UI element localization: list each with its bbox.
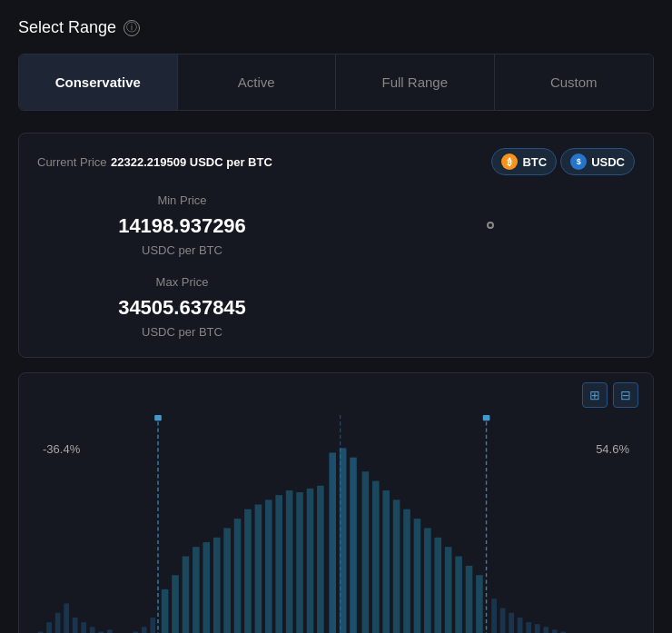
current-price-row: Current Price 22322.219509 USDC per BTC … <box>37 148 635 175</box>
svg-rect-5 <box>73 618 78 633</box>
svg-rect-26 <box>275 495 282 633</box>
svg-rect-49 <box>518 618 523 633</box>
svg-rect-34 <box>362 471 370 633</box>
svg-rect-31 <box>329 452 336 633</box>
max-price-unit: USDC per BTC <box>37 325 327 339</box>
tab-full-range[interactable]: Full Range <box>336 54 495 110</box>
svg-rect-14 <box>150 618 155 633</box>
current-price-text: Current Price 22322.219509 USDC per BTC <box>37 153 272 170</box>
svg-rect-46 <box>491 598 497 633</box>
svg-rect-22 <box>234 519 242 633</box>
svg-rect-65 <box>154 415 162 420</box>
svg-rect-50 <box>526 622 531 633</box>
current-price-label: Current Price <box>37 155 107 169</box>
zoom-out-button[interactable]: ⊟ <box>613 382 638 408</box>
svg-rect-33 <box>350 458 357 633</box>
token-toggles: ₿ BTC $ USDC <box>491 148 635 175</box>
svg-rect-37 <box>393 499 400 633</box>
usdc-toggle-button[interactable]: $ USDC <box>560 148 635 175</box>
svg-rect-70 <box>483 415 490 420</box>
info-icon[interactable]: ⓘ <box>124 20 140 36</box>
min-price-value: 14198.937296 <box>37 214 327 238</box>
chart-section: ⊞ ⊟ -36.4% 54.6% <box>18 372 654 633</box>
svg-rect-51 <box>535 624 540 633</box>
svg-rect-3 <box>55 613 61 633</box>
svg-rect-7 <box>90 627 95 633</box>
header: Select Range ⓘ <box>18 18 654 37</box>
svg-rect-30 <box>317 486 324 633</box>
price-section: Current Price 22322.219509 USDC per BTC … <box>18 133 654 358</box>
svg-rect-53 <box>552 629 558 633</box>
tab-conservative[interactable]: Conservative <box>19 54 178 110</box>
btc-toggle-button[interactable]: ₿ BTC <box>491 148 557 175</box>
svg-rect-25 <box>265 499 272 633</box>
svg-rect-52 <box>543 627 548 633</box>
svg-rect-13 <box>142 627 147 633</box>
tabs-container: Conservative Active Full Range Custom <box>18 54 654 111</box>
page-title: Select Range <box>18 18 116 37</box>
svg-rect-27 <box>286 490 293 633</box>
zoom-in-button[interactable]: ⊞ <box>582 382 608 408</box>
chart-area: -36.4% 54.6% <box>34 415 638 633</box>
svg-rect-29 <box>307 489 314 633</box>
svg-rect-42 <box>445 547 452 633</box>
svg-rect-39 <box>414 519 421 633</box>
svg-rect-47 <box>500 608 506 633</box>
svg-rect-15 <box>162 589 169 633</box>
svg-rect-43 <box>455 557 462 633</box>
btc-icon: ₿ <box>501 153 518 170</box>
svg-rect-4 <box>64 603 69 633</box>
min-price-label: Min Price <box>37 193 327 207</box>
max-price-label: Max Price <box>37 275 327 289</box>
current-price-value: 22322.219509 USDC per BTC <box>111 155 272 169</box>
svg-rect-38 <box>403 509 410 633</box>
min-price-unit: USDC per BTC <box>37 243 327 257</box>
svg-rect-24 <box>255 505 262 633</box>
svg-rect-18 <box>193 547 200 633</box>
svg-rect-41 <box>434 538 441 633</box>
tab-custom[interactable]: Custom <box>495 54 654 110</box>
svg-rect-35 <box>372 481 380 633</box>
tab-active[interactable]: Active <box>178 54 337 110</box>
svg-rect-23 <box>244 509 252 633</box>
chart-left-label: -36.4% <box>43 442 80 456</box>
svg-rect-6 <box>81 622 86 633</box>
btc-label: BTC <box>522 155 547 169</box>
min-max-row: Min Price 14198.937296 USDC per BTC Max … <box>37 193 635 339</box>
usdc-icon: $ <box>570 153 587 170</box>
min-price-box: Min Price 14198.937296 USDC per BTC <box>37 193 327 257</box>
svg-rect-21 <box>223 528 231 633</box>
chart-toolbar: ⊞ ⊟ <box>34 382 638 408</box>
svg-rect-48 <box>509 613 514 633</box>
svg-rect-45 <box>476 575 483 633</box>
max-price-box: Max Price 34505.637845 USDC per BTC <box>37 275 327 339</box>
chart-svg <box>34 415 638 633</box>
max-price-value: 34505.637845 <box>37 296 327 320</box>
svg-rect-20 <box>213 538 221 633</box>
svg-rect-19 <box>203 542 210 633</box>
svg-rect-9 <box>107 629 113 633</box>
svg-rect-17 <box>183 557 190 633</box>
usdc-label: USDC <box>591 155 625 169</box>
svg-rect-40 <box>424 528 431 633</box>
svg-rect-28 <box>296 492 303 633</box>
svg-rect-44 <box>466 566 473 633</box>
chart-right-label: 54.6% <box>596 442 629 456</box>
svg-rect-36 <box>382 490 390 633</box>
svg-rect-2 <box>46 622 52 633</box>
svg-rect-16 <box>172 575 179 633</box>
